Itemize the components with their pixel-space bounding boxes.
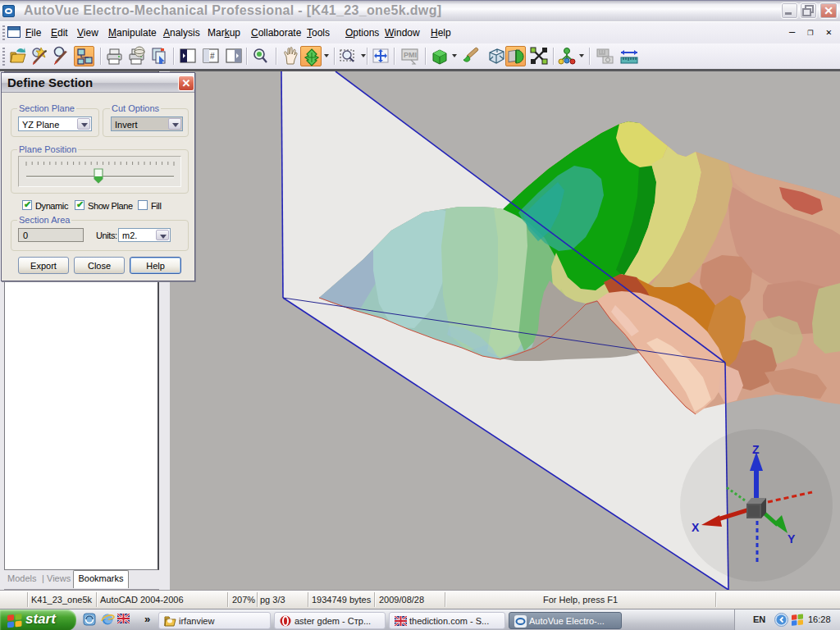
svg-text:Z: Z — [752, 443, 760, 456]
svg-text:Y: Y — [788, 532, 796, 546]
svg-text:X: X — [692, 521, 700, 534]
svg-text:PMI: PMI — [404, 51, 417, 59]
svg-text:#: # — [210, 52, 215, 61]
